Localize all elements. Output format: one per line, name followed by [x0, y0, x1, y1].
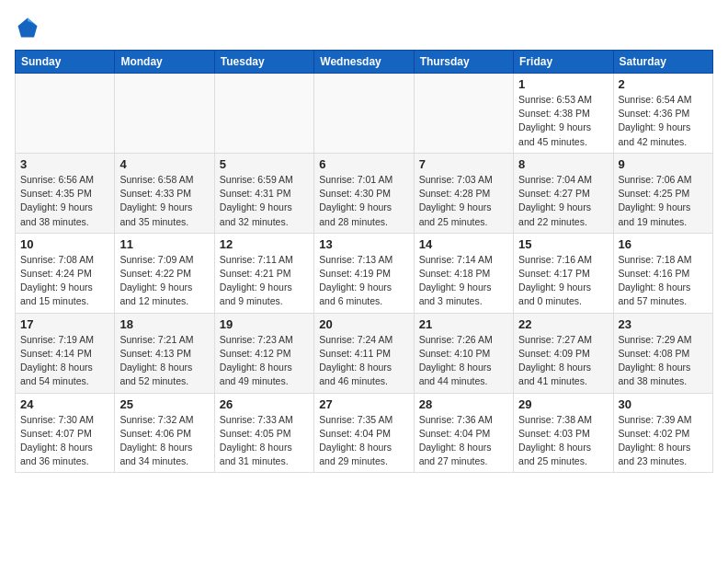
- day-number: 12: [220, 237, 309, 251]
- day-info: Sunrise: 6:56 AM Sunset: 4:35 PM Dayligh…: [20, 173, 109, 229]
- day-number: 16: [619, 237, 708, 251]
- day-info: Sunrise: 7:11 AM Sunset: 4:21 PM Dayligh…: [220, 253, 309, 309]
- weekday-header-saturday: Saturday: [613, 51, 712, 74]
- day-number: 8: [518, 157, 608, 171]
- day-info: Sunrise: 6:54 AM Sunset: 4:36 PM Dayligh…: [619, 93, 708, 149]
- calendar-cell: 20Sunrise: 7:24 AM Sunset: 4:11 PM Dayli…: [314, 313, 414, 393]
- day-info: Sunrise: 7:01 AM Sunset: 4:30 PM Dayligh…: [319, 173, 408, 229]
- calendar-cell: 27Sunrise: 7:35 AM Sunset: 4:04 PM Dayli…: [314, 393, 414, 473]
- day-number: 5: [220, 157, 309, 171]
- calendar-cell: 8Sunrise: 7:04 AM Sunset: 4:27 PM Daylig…: [514, 153, 613, 233]
- weekday-header-monday: Monday: [115, 51, 214, 74]
- day-number: 22: [518, 317, 608, 331]
- calendar-cell: 1Sunrise: 6:53 AM Sunset: 4:38 PM Daylig…: [514, 74, 613, 154]
- calendar-cell: 25Sunrise: 7:32 AM Sunset: 4:06 PM Dayli…: [115, 393, 214, 473]
- day-info: Sunrise: 7:19 AM Sunset: 4:14 PM Dayligh…: [20, 333, 109, 389]
- calendar-header-row: SundayMondayTuesdayWednesdayThursdayFrid…: [16, 51, 713, 74]
- day-number: 29: [518, 397, 608, 411]
- day-number: 14: [419, 237, 508, 251]
- day-number: 4: [119, 157, 209, 171]
- calendar-cell: 22Sunrise: 7:27 AM Sunset: 4:09 PM Dayli…: [514, 313, 613, 393]
- day-info: Sunrise: 7:06 AM Sunset: 4:25 PM Dayligh…: [619, 173, 708, 229]
- day-info: Sunrise: 7:03 AM Sunset: 4:28 PM Dayligh…: [419, 173, 508, 229]
- calendar-week-row: 24Sunrise: 7:30 AM Sunset: 4:07 PM Dayli…: [16, 393, 713, 473]
- day-info: Sunrise: 7:26 AM Sunset: 4:10 PM Dayligh…: [419, 333, 508, 389]
- day-number: 9: [619, 157, 708, 171]
- day-number: 20: [319, 317, 408, 331]
- calendar-cell: 17Sunrise: 7:19 AM Sunset: 4:14 PM Dayli…: [16, 313, 115, 393]
- day-info: Sunrise: 7:16 AM Sunset: 4:17 PM Dayligh…: [518, 253, 608, 309]
- calendar-cell: 24Sunrise: 7:30 AM Sunset: 4:07 PM Dayli…: [16, 393, 115, 473]
- weekday-header-sunday: Sunday: [16, 51, 115, 74]
- day-info: Sunrise: 7:27 AM Sunset: 4:09 PM Dayligh…: [518, 333, 608, 389]
- day-info: Sunrise: 7:39 AM Sunset: 4:02 PM Dayligh…: [619, 413, 708, 469]
- day-number: 27: [319, 397, 408, 411]
- calendar-cell: [115, 74, 214, 154]
- day-info: Sunrise: 7:35 AM Sunset: 4:04 PM Dayligh…: [319, 413, 408, 469]
- day-number: 7: [419, 157, 508, 171]
- calendar-week-row: 3Sunrise: 6:56 AM Sunset: 4:35 PM Daylig…: [16, 153, 713, 233]
- day-number: 28: [419, 397, 508, 411]
- calendar-cell: 30Sunrise: 7:39 AM Sunset: 4:02 PM Dayli…: [613, 393, 712, 473]
- calendar-cell: 3Sunrise: 6:56 AM Sunset: 4:35 PM Daylig…: [16, 153, 115, 233]
- day-info: Sunrise: 7:30 AM Sunset: 4:07 PM Dayligh…: [20, 413, 109, 469]
- day-info: Sunrise: 7:04 AM Sunset: 4:27 PM Dayligh…: [518, 173, 608, 229]
- calendar-cell: 29Sunrise: 7:38 AM Sunset: 4:03 PM Dayli…: [514, 393, 613, 473]
- calendar-cell: 21Sunrise: 7:26 AM Sunset: 4:10 PM Dayli…: [414, 313, 513, 393]
- calendar-week-row: 17Sunrise: 7:19 AM Sunset: 4:14 PM Dayli…: [16, 313, 713, 393]
- day-info: Sunrise: 7:14 AM Sunset: 4:18 PM Dayligh…: [419, 253, 508, 309]
- logo: [15, 15, 44, 40]
- day-number: 11: [119, 237, 209, 251]
- day-info: Sunrise: 7:24 AM Sunset: 4:11 PM Dayligh…: [319, 333, 408, 389]
- calendar-cell: 5Sunrise: 6:59 AM Sunset: 4:31 PM Daylig…: [214, 153, 313, 233]
- calendar-cell: 11Sunrise: 7:09 AM Sunset: 4:22 PM Dayli…: [115, 233, 214, 313]
- day-info: Sunrise: 6:53 AM Sunset: 4:38 PM Dayligh…: [518, 93, 608, 149]
- calendar-cell: [214, 74, 313, 154]
- day-number: 30: [619, 397, 708, 411]
- day-info: Sunrise: 6:59 AM Sunset: 4:31 PM Dayligh…: [220, 173, 309, 229]
- day-info: Sunrise: 7:23 AM Sunset: 4:12 PM Dayligh…: [220, 333, 309, 389]
- day-info: Sunrise: 6:58 AM Sunset: 4:33 PM Dayligh…: [119, 173, 209, 229]
- day-info: Sunrise: 7:18 AM Sunset: 4:16 PM Dayligh…: [619, 253, 708, 309]
- calendar-cell: 23Sunrise: 7:29 AM Sunset: 4:08 PM Dayli…: [613, 313, 712, 393]
- calendar-cell: 13Sunrise: 7:13 AM Sunset: 4:19 PM Dayli…: [314, 233, 414, 313]
- calendar-cell: 18Sunrise: 7:21 AM Sunset: 4:13 PM Dayli…: [115, 313, 214, 393]
- day-number: 17: [20, 317, 109, 331]
- calendar-body: 1Sunrise: 6:53 AM Sunset: 4:38 PM Daylig…: [16, 74, 713, 473]
- day-info: Sunrise: 7:21 AM Sunset: 4:13 PM Dayligh…: [119, 333, 209, 389]
- day-info: Sunrise: 7:13 AM Sunset: 4:19 PM Dayligh…: [319, 253, 408, 309]
- day-info: Sunrise: 7:33 AM Sunset: 4:05 PM Dayligh…: [220, 413, 309, 469]
- calendar-cell: [314, 74, 414, 154]
- calendar-cell: 15Sunrise: 7:16 AM Sunset: 4:17 PM Dayli…: [514, 233, 613, 313]
- day-number: 2: [619, 77, 708, 91]
- day-number: 18: [119, 317, 209, 331]
- weekday-header-tuesday: Tuesday: [214, 51, 313, 74]
- calendar-cell: 26Sunrise: 7:33 AM Sunset: 4:05 PM Dayli…: [214, 393, 313, 473]
- day-info: Sunrise: 7:38 AM Sunset: 4:03 PM Dayligh…: [518, 413, 608, 469]
- logo-icon: [15, 15, 40, 40]
- day-info: Sunrise: 7:09 AM Sunset: 4:22 PM Dayligh…: [119, 253, 209, 309]
- calendar-cell: [414, 74, 513, 154]
- calendar-cell: 7Sunrise: 7:03 AM Sunset: 4:28 PM Daylig…: [414, 153, 513, 233]
- day-number: 10: [20, 237, 109, 251]
- calendar-cell: 4Sunrise: 6:58 AM Sunset: 4:33 PM Daylig…: [115, 153, 214, 233]
- calendar-cell: 19Sunrise: 7:23 AM Sunset: 4:12 PM Dayli…: [214, 313, 313, 393]
- calendar-cell: 12Sunrise: 7:11 AM Sunset: 4:21 PM Dayli…: [214, 233, 313, 313]
- calendar-cell: 28Sunrise: 7:36 AM Sunset: 4:04 PM Dayli…: [414, 393, 513, 473]
- day-number: 1: [518, 77, 608, 91]
- day-number: 6: [319, 157, 408, 171]
- calendar-week-row: 1Sunrise: 6:53 AM Sunset: 4:38 PM Daylig…: [16, 74, 713, 154]
- weekday-header-friday: Friday: [514, 51, 613, 74]
- calendar-cell: 16Sunrise: 7:18 AM Sunset: 4:16 PM Dayli…: [613, 233, 712, 313]
- day-number: 13: [319, 237, 408, 251]
- day-number: 25: [119, 397, 209, 411]
- calendar-cell: 14Sunrise: 7:14 AM Sunset: 4:18 PM Dayli…: [414, 233, 513, 313]
- day-info: Sunrise: 7:32 AM Sunset: 4:06 PM Dayligh…: [119, 413, 209, 469]
- calendar-cell: 9Sunrise: 7:06 AM Sunset: 4:25 PM Daylig…: [613, 153, 712, 233]
- day-number: 3: [20, 157, 109, 171]
- day-number: 23: [619, 317, 708, 331]
- calendar-cell: [16, 74, 115, 154]
- day-number: 19: [220, 317, 309, 331]
- day-number: 15: [518, 237, 608, 251]
- header: [15, 15, 713, 40]
